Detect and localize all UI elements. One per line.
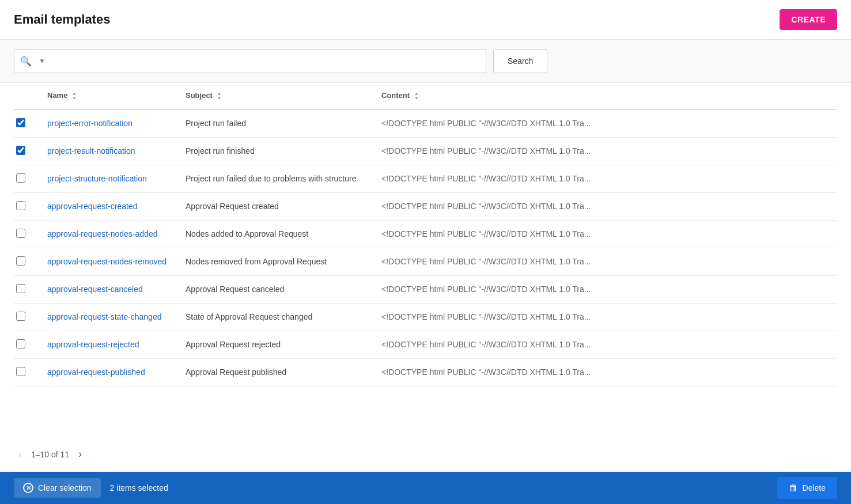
pagination-next-button[interactable]: › (74, 446, 86, 463)
table-row: project-structure-notificationProject ru… (14, 165, 837, 192)
row-checkbox-cell (14, 165, 43, 192)
selected-count: 2 items selected (110, 483, 168, 492)
delete-button[interactable]: 🗑 Delete (777, 477, 837, 499)
row-subject-cell: Project run finished (181, 137, 377, 165)
row-subject-cell: Project run failed (181, 109, 377, 138)
row-subject-cell: Project run failed due to problems with … (181, 165, 377, 192)
clear-icon: ✕ (23, 483, 33, 493)
row-name-cell: approval-request-created (43, 192, 181, 220)
template-name-link[interactable]: approval-request-state-changed (47, 312, 161, 321)
row-subject-cell: Nodes added to Approval Request (181, 220, 377, 248)
row-checkbox[interactable] (16, 146, 25, 155)
bottom-bar: ✕ Clear selection 2 items selected 🗑 Del… (0, 472, 851, 504)
row-checkbox-cell (14, 220, 43, 248)
template-name-link[interactable]: approval-request-nodes-removed (47, 257, 167, 266)
row-checkbox-cell (14, 275, 43, 303)
sort-arrows-name: ▲▼ (72, 92, 77, 101)
sort-arrows-subject: ▲▼ (217, 92, 222, 101)
table-body: project-error-notificationProject run fa… (14, 109, 837, 386)
col-header-name[interactable]: Name ▲▼ (43, 83, 181, 109)
search-icon: 🔍 (20, 56, 32, 67)
row-checkbox[interactable] (16, 229, 25, 238)
row-checkbox-cell (14, 303, 43, 331)
create-button[interactable]: Create (780, 9, 837, 30)
row-name-cell: project-error-notification (43, 109, 181, 138)
row-name-cell: approval-request-nodes-added (43, 220, 181, 248)
row-checkbox[interactable] (16, 367, 25, 376)
table-row: approval-request-nodes-removedNodes remo… (14, 248, 837, 275)
row-content-cell: <!DOCTYPE html PUBLIC "-//W3C//DTD XHTML… (377, 331, 837, 358)
table-row: approval-request-publishedApproval Reque… (14, 358, 837, 386)
table-row: approval-request-canceledApproval Reques… (14, 275, 837, 303)
page-title: Email templates (14, 12, 111, 27)
row-subject-cell: Approval Request canceled (181, 275, 377, 303)
row-checkbox-cell (14, 192, 43, 220)
pagination-info: 1–10 of 11 (31, 450, 69, 459)
pagination-prev-button[interactable]: ‹ (14, 446, 27, 463)
table-header-row: Name ▲▼ Subject ▲▼ Content ▲▼ (14, 83, 837, 109)
clear-selection-button[interactable]: ✕ Clear selection (14, 478, 101, 498)
row-checkbox[interactable] (16, 173, 25, 183)
row-content-cell: <!DOCTYPE html PUBLIC "-//W3C//DTD XHTML… (377, 303, 837, 331)
template-name-link[interactable]: project-error-notification (47, 119, 133, 128)
table-row: project-error-notificationProject run fa… (14, 109, 837, 138)
email-templates-table: Name ▲▼ Subject ▲▼ Content ▲▼ (14, 83, 837, 386)
col-header-subject[interactable]: Subject ▲▼ (181, 83, 377, 109)
row-checkbox-cell (14, 331, 43, 358)
row-name-cell: approval-request-published (43, 358, 181, 386)
table-container: Name ▲▼ Subject ▲▼ Content ▲▼ (0, 83, 851, 437)
row-checkbox-cell (14, 109, 43, 138)
delete-label: Delete (803, 483, 826, 492)
row-name-cell: project-structure-notification (43, 165, 181, 192)
row-checkbox[interactable] (16, 312, 25, 321)
row-checkbox-cell (14, 248, 43, 275)
row-checkbox-cell (14, 137, 43, 165)
sort-arrows-content: ▲▼ (414, 92, 419, 101)
template-name-link[interactable]: project-structure-notification (47, 174, 147, 183)
template-name-link[interactable]: approval-request-canceled (47, 285, 143, 294)
search-button[interactable]: Search (493, 49, 547, 73)
search-bar: 🔍 ▼ Search (0, 40, 851, 83)
trash-icon: 🗑 (789, 483, 798, 493)
bottom-bar-left: ✕ Clear selection 2 items selected (14, 478, 168, 498)
row-name-cell: approval-request-state-changed (43, 303, 181, 331)
row-name-cell: approval-request-canceled (43, 275, 181, 303)
row-checkbox[interactable] (16, 256, 25, 266)
row-subject-cell: State of Approval Request changed (181, 303, 377, 331)
row-subject-cell: Approval Request published (181, 358, 377, 386)
row-content-cell: <!DOCTYPE html PUBLIC "-//W3C//DTD XHTML… (377, 137, 837, 165)
page-header: Email templates Create (0, 0, 851, 40)
row-checkbox[interactable] (16, 339, 25, 348)
row-subject-cell: Approval Request rejected (181, 331, 377, 358)
row-content-cell: <!DOCTYPE html PUBLIC "-//W3C//DTD XHTML… (377, 220, 837, 248)
col-header-content[interactable]: Content ▲▼ (377, 83, 837, 109)
col-header-check (14, 83, 43, 109)
clear-selection-label: Clear selection (38, 483, 92, 492)
row-checkbox[interactable] (16, 201, 25, 210)
search-input[interactable] (46, 56, 480, 66)
chevron-down-icon: ▼ (39, 57, 46, 65)
row-content-cell: <!DOCTYPE html PUBLIC "-//W3C//DTD XHTML… (377, 109, 837, 138)
table-row: approval-request-state-changedState of A… (14, 303, 837, 331)
template-name-link[interactable]: approval-request-nodes-added (47, 229, 157, 238)
table-row: approval-request-rejectedApproval Reques… (14, 331, 837, 358)
row-name-cell: approval-request-nodes-removed (43, 248, 181, 275)
template-name-link[interactable]: project-result-notification (47, 146, 135, 156)
row-content-cell: <!DOCTYPE html PUBLIC "-//W3C//DTD XHTML… (377, 358, 837, 386)
row-content-cell: <!DOCTYPE html PUBLIC "-//W3C//DTD XHTML… (377, 192, 837, 220)
row-checkbox[interactable] (16, 284, 25, 293)
table-row: approval-request-nodes-addedNodes added … (14, 220, 837, 248)
template-name-link[interactable]: approval-request-rejected (47, 340, 139, 349)
row-content-cell: <!DOCTYPE html PUBLIC "-//W3C//DTD XHTML… (377, 248, 837, 275)
row-checkbox-cell (14, 358, 43, 386)
row-subject-cell: Nodes removed from Approval Request (181, 248, 377, 275)
table-row: project-result-notificationProject run f… (14, 137, 837, 165)
row-checkbox[interactable] (16, 118, 25, 127)
row-name-cell: approval-request-rejected (43, 331, 181, 358)
template-name-link[interactable]: approval-request-published (47, 367, 145, 377)
template-name-link[interactable]: approval-request-created (47, 202, 137, 211)
search-input-wrapper: 🔍 ▼ (14, 49, 486, 73)
row-content-cell: <!DOCTYPE html PUBLIC "-//W3C//DTD XHTML… (377, 275, 837, 303)
table-row: approval-request-createdApproval Request… (14, 192, 837, 220)
row-name-cell: project-result-notification (43, 137, 181, 165)
